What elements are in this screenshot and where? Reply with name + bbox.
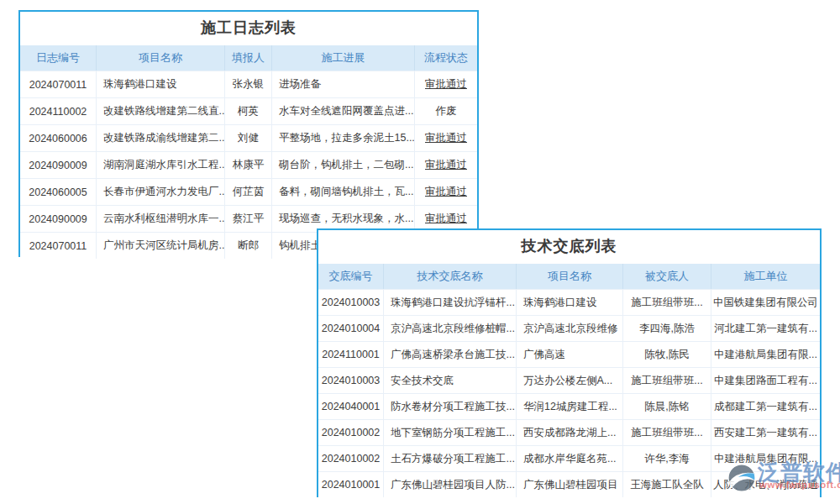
log-status-badge[interactable]: 审批通过 <box>415 71 477 97</box>
log-table-row: 2024110002 改建铁路线增建第二线直... 柯英 水车对全线遮阳网覆盖点… <box>20 97 477 124</box>
disclosure-table-row: 2024010002 地下室钢筋分项工程施工... 西安成都路龙湖上... 施工… <box>318 419 820 445</box>
log-status-badge[interactable]: 审批通过 <box>415 125 477 151</box>
disc-id-link[interactable]: 2024010002 <box>318 446 384 471</box>
disc-project-link[interactable]: 珠海鹤港口建设 <box>517 290 623 315</box>
disc-unit-text: 中建港航局集团有限... <box>711 342 820 367</box>
disc-unit-text: 中建港航局集团有限... <box>711 446 820 471</box>
disc-col-name: 技术交底名称 <box>384 264 517 289</box>
log-table-row: 2024060006 改建铁路成渝线增建第二... 刘健 平整场地，拉走多余泥土… <box>20 124 477 151</box>
log-col-progress: 施工进展 <box>272 45 415 71</box>
disc-col-project: 项目名称 <box>517 264 623 289</box>
disc-project-link[interactable]: 成都水岸华庭名苑... <box>517 446 623 471</box>
log-id-link[interactable]: 2024070011 <box>20 71 97 97</box>
log-status-badge[interactable]: 审批通过 <box>415 179 477 205</box>
log-col-project: 项目名称 <box>97 45 225 71</box>
disclosure-table-row: 2024110001 广佛高速桥梁承台施工技... 广佛高速 陈牧,陈民 中建港… <box>318 341 820 367</box>
log-id-link[interactable]: 2024090009 <box>20 152 97 178</box>
log-status-badge[interactable]: 审批通过 <box>415 152 477 178</box>
disc-col-unit: 施工单位 <box>711 264 820 289</box>
log-reporter-link[interactable]: 何芷茵 <box>225 179 272 205</box>
log-table-row: 2024060005 长春市伊通河水力发电厂... 何芷茵 备料，砌间墙钩机排土… <box>20 178 477 205</box>
disc-project-link[interactable]: 万达办公楼左侧A... <box>517 368 623 393</box>
disc-col-person: 被交底人 <box>623 264 711 289</box>
disc-project-link[interactable]: 广东佛山碧桂园项目 <box>517 472 623 497</box>
disc-person-text: 施工班组带班... <box>623 368 711 393</box>
log-reporter-link[interactable]: 断郎 <box>225 233 272 259</box>
log-project-link[interactable]: 长春市伊通河水力发电厂... <box>97 179 225 205</box>
disclosure-panel-title: 技术交底列表 <box>318 230 820 264</box>
log-table-header: 日志编号 项目名称 填报人 施工进展 流程状态 <box>20 45 477 71</box>
log-progress-text: 水车对全线遮阳网覆盖点进... <box>272 98 415 124</box>
disc-name-link[interactable]: 广佛高速桥梁承台施工技... <box>384 342 517 367</box>
disc-name-link[interactable]: 京沪高速北京段维修桩帽... <box>384 316 517 341</box>
log-id-link[interactable]: 2024060006 <box>20 125 97 151</box>
log-id-link[interactable]: 2024060005 <box>20 179 97 205</box>
log-table-row: 2024090009 湖南洞庭湖水库引水工程... 林康平 砌台阶，钩机排土，二… <box>20 151 477 178</box>
disc-unit-text: 中建集团路面工程有... <box>711 368 820 393</box>
log-id-link[interactable]: 2024110002 <box>20 98 97 124</box>
disc-name-link[interactable]: 广东佛山碧桂园项目人防... <box>384 472 517 497</box>
log-project-link[interactable]: 改建铁路线增建第二线直... <box>97 98 225 124</box>
disc-unit-text: 中国铁建集团有限公司 <box>711 290 820 315</box>
disc-person-text: 李四海,陈浩 <box>623 316 711 341</box>
log-col-id: 日志编号 <box>20 45 97 71</box>
disc-name-link[interactable]: 安全技术交底 <box>384 368 517 393</box>
log-reporter-link[interactable]: 柯英 <box>225 98 272 124</box>
disc-unit-text: 西安建工第一建筑有... <box>711 420 820 445</box>
log-status-badge: 作废 <box>415 98 477 124</box>
log-progress-text: 进场准备 <box>272 71 415 97</box>
construction-log-panel: 施工日志列表 日志编号 项目名称 填报人 施工进展 流程状态 202407001… <box>18 10 479 257</box>
log-project-link[interactable]: 云南水利枢纽潜明水库一... <box>97 206 225 232</box>
disclosure-table-row: 2024010003 安全技术交底 万达办公楼左侧A... 施工班组带班... … <box>318 367 820 393</box>
log-project-link[interactable]: 湖南洞庭湖水库引水工程... <box>97 152 225 178</box>
log-panel-title: 施工日志列表 <box>20 12 477 45</box>
disc-id-link[interactable]: 2024040001 <box>318 394 384 419</box>
disc-id-link[interactable]: 2024010002 <box>318 420 384 445</box>
disclosure-table-body: 2024010003 珠海鹤港口建设抗浮锚杆... 珠海鹤港口建设 施工班组带班… <box>318 289 820 497</box>
log-project-link[interactable]: 广州市天河区统计局机房... <box>97 233 225 259</box>
technical-disclosure-panel: 技术交底列表 交底编号 技术交底名称 项目名称 被交底人 施工单位 202401… <box>317 228 822 497</box>
disc-project-link[interactable]: 京沪高速北京段维修 <box>517 316 623 341</box>
disc-person-text: 陈晨,陈铭 <box>623 394 711 419</box>
disclosure-table-row: 2024010004 京沪高速北京段维修桩帽... 京沪高速北京段维修 李四海,… <box>318 315 820 341</box>
disc-id-link[interactable]: 2024010003 <box>318 290 384 315</box>
disc-id-link[interactable]: 2024010004 <box>318 316 384 341</box>
disc-unit-text: 人防、水电、消防疏通 <box>711 472 820 497</box>
disc-project-link[interactable]: 西安成都路龙湖上... <box>517 420 623 445</box>
disc-project-link[interactable]: 华润12城房建工程... <box>517 394 623 419</box>
log-progress-text: 备料，砌间墙钩机排土，瓦... <box>272 179 415 205</box>
disc-person-text: 许华,李海 <box>623 446 711 471</box>
disc-project-link[interactable]: 广佛高速 <box>517 342 623 367</box>
log-progress-text: 砌台阶，钩机排土，二包砌... <box>272 152 415 178</box>
disclosure-table-row: 2024010002 土石方爆破分项工程施工... 成都水岸华庭名苑... 许华… <box>318 445 820 471</box>
disc-person-text: 王海施工队全队 <box>623 472 711 497</box>
log-reporter-link[interactable]: 张永银 <box>225 71 272 97</box>
disc-unit-text: 河北建工第一建筑有... <box>711 316 820 341</box>
disclosure-table-row: 2024010001 广东佛山碧桂园项目人防... 广东佛山碧桂园项目 王海施工… <box>318 471 820 497</box>
log-col-status: 流程状态 <box>415 45 477 71</box>
disc-id-link[interactable]: 2024010003 <box>318 368 384 393</box>
disc-name-link[interactable]: 地下室钢筋分项工程施工... <box>384 420 517 445</box>
log-col-reporter: 填报人 <box>225 45 272 71</box>
log-reporter-link[interactable]: 刘健 <box>225 125 272 151</box>
disc-person-text: 施工班组带班... <box>623 420 711 445</box>
disclosure-table-row: 2024040001 防水卷材分项工程施工技... 华润12城房建工程... 陈… <box>318 393 820 419</box>
disc-id-link[interactable]: 2024010001 <box>318 472 384 497</box>
disc-name-link[interactable]: 土石方爆破分项工程施工... <box>384 446 517 471</box>
log-table-row: 2024070011 珠海鹤港口建设 张永银 进场准备 审批通过 <box>20 71 477 97</box>
log-reporter-link[interactable]: 林康平 <box>225 152 272 178</box>
log-progress-text: 平整场地，拉走多余泥土15... <box>272 125 415 151</box>
log-reporter-link[interactable]: 蔡江平 <box>225 206 272 232</box>
disclosure-table-header: 交底编号 技术交底名称 项目名称 被交底人 施工单位 <box>318 264 820 289</box>
disc-unit-text: 成都建工第一建筑有... <box>711 394 820 419</box>
disc-id-link[interactable]: 2024110001 <box>318 342 384 367</box>
disc-person-text: 陈牧,陈民 <box>623 342 711 367</box>
disclosure-table-row: 2024010003 珠海鹤港口建设抗浮锚杆... 珠海鹤港口建设 施工班组带班… <box>318 289 820 315</box>
log-id-link[interactable]: 2024070011 <box>20 233 97 259</box>
log-project-link[interactable]: 珠海鹤港口建设 <box>97 71 225 97</box>
log-project-link[interactable]: 改建铁路成渝线增建第二... <box>97 125 225 151</box>
disc-name-link[interactable]: 防水卷材分项工程施工技... <box>384 394 517 419</box>
disc-person-text: 施工班组带班... <box>623 290 711 315</box>
disc-name-link[interactable]: 珠海鹤港口建设抗浮锚杆... <box>384 290 517 315</box>
log-id-link[interactable]: 2024090009 <box>20 206 97 232</box>
